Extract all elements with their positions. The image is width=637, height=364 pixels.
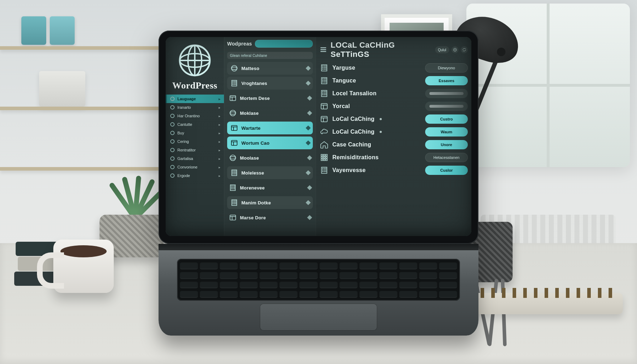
sidebar-item-4[interactable]: Buy▸ xyxy=(166,129,224,137)
header-chip-0[interactable]: Qulul xyxy=(435,46,449,53)
settings-rows: YarguseDiewyonoTanguceEssavesLocel Tansa… xyxy=(316,63,471,178)
module-item-10[interactable]: Marse Dore xyxy=(227,211,313,224)
module-header: Wodpreas xyxy=(224,37,316,50)
settings-row-label: Remisiditrations xyxy=(332,154,379,161)
module-item-4[interactable]: Wartarte xyxy=(227,122,313,134)
action-button[interactable]: Cuslor xyxy=(425,166,468,175)
svg-rect-11 xyxy=(232,82,234,84)
module-item-label: Manim Dotke xyxy=(241,200,271,205)
action-button[interactable]: Custro xyxy=(425,114,468,124)
svg-rect-60 xyxy=(230,215,236,220)
module-item-0[interactable]: Matteso xyxy=(227,62,313,75)
coffee-mug xyxy=(53,240,114,293)
panel-icon xyxy=(229,94,237,102)
svg-rect-17 xyxy=(230,96,236,101)
svg-rect-46 xyxy=(234,187,235,188)
value-slider[interactable] xyxy=(425,89,468,98)
sidebar-item-8[interactable]: Convorione▸ xyxy=(166,163,224,171)
keyboard xyxy=(177,259,460,301)
settings-row-label: Case Caching xyxy=(332,141,371,148)
svg-rect-12 xyxy=(234,82,235,84)
sidebar-item-9[interactable]: Ergode▸ xyxy=(166,171,224,180)
sidebar-item-0[interactable]: Lauguage▸ xyxy=(166,95,224,103)
module-column: Wodpreas Glean referal Cuhilane MattesoV… xyxy=(224,37,316,236)
svg-rect-49 xyxy=(234,188,235,189)
books xyxy=(39,71,85,107)
svg-rect-112 xyxy=(326,159,327,160)
module-item-3[interactable]: Moklase xyxy=(227,107,313,119)
module-item-7[interactable]: Molelesse xyxy=(227,166,313,179)
sidebar-item-label: Cering xyxy=(177,139,189,144)
svg-rect-86 xyxy=(324,81,325,82)
module-item-2[interactable]: Mortem Dese xyxy=(227,92,313,105)
chevron-right-icon: ▸ xyxy=(219,148,220,152)
settings-row-5: LoCal CaChingWaum xyxy=(320,127,468,136)
header-actions: Qulul xyxy=(435,46,468,53)
sidebar-item-2[interactable]: Har Orantino▸ xyxy=(166,112,224,120)
stripes-icon xyxy=(320,46,327,54)
dot-icon xyxy=(380,131,382,133)
svg-rect-71 xyxy=(325,66,326,67)
laptop-hinge xyxy=(159,244,478,250)
settings-row-1: TanguceEssaves xyxy=(320,76,468,85)
panel-icon xyxy=(320,102,329,111)
settings-header: LOCaL CaCHinG SeTTinGS Qulul xyxy=(316,37,471,63)
module-item-label: Marse Dore xyxy=(240,215,266,220)
sidebar-item-3[interactable]: Cantutte▸ xyxy=(166,120,224,129)
sidebar-item-7[interactable]: Gartalisa▸ xyxy=(166,154,224,163)
svg-rect-98 xyxy=(321,103,327,109)
diamond-icon xyxy=(306,170,311,175)
panel-icon xyxy=(320,114,329,124)
action-button[interactable]: Essaves xyxy=(425,76,468,85)
module-item-1[interactable]: Vroghtanes xyxy=(227,77,313,90)
sidebar-item-6[interactable]: Rentratitor▸ xyxy=(166,146,224,154)
refresh-icon-button[interactable] xyxy=(461,46,468,53)
globe-icon xyxy=(178,43,212,77)
value-slider[interactable] xyxy=(425,102,468,111)
value-field[interactable]: Hetacesstanen xyxy=(425,153,468,162)
plant xyxy=(103,154,167,218)
bullet-icon xyxy=(170,114,175,118)
diamond-icon xyxy=(306,140,311,145)
module-item-label: Molelesse xyxy=(241,170,264,176)
building-icon xyxy=(320,166,329,175)
svg-rect-97 xyxy=(325,94,326,95)
module-item-label: Vroghtanes xyxy=(241,81,267,86)
building-icon xyxy=(230,168,239,177)
chevron-right-icon: ▸ xyxy=(219,174,220,178)
svg-rect-58 xyxy=(234,203,235,204)
module-item-6[interactable]: Moolase xyxy=(227,151,313,164)
control-label: Hetacesstanen xyxy=(433,155,459,160)
settings-row-label: LoCal CaChing xyxy=(332,129,375,135)
svg-point-21 xyxy=(230,112,236,114)
svg-point-28 xyxy=(230,155,236,161)
control-label: Unore xyxy=(441,143,452,147)
svg-rect-107 xyxy=(321,157,322,158)
value-field[interactable]: Diewyono xyxy=(425,63,468,73)
action-button[interactable]: Unore xyxy=(425,140,468,149)
svg-rect-96 xyxy=(324,94,325,95)
svg-rect-43 xyxy=(234,186,235,187)
svg-rect-74 xyxy=(325,67,326,68)
sidebar-item-1[interactable]: Iranarto▸ xyxy=(166,103,224,112)
binder xyxy=(50,16,75,45)
module-item-5[interactable]: Wortum Cao xyxy=(227,136,313,149)
svg-rect-52 xyxy=(234,200,235,202)
screen: WordPress Lauguage▸Iranarto▸Har Orantino… xyxy=(166,37,471,236)
target-icon-button[interactable] xyxy=(451,46,459,53)
svg-rect-82 xyxy=(322,80,323,81)
module-hint: Glean referal Cuhilane xyxy=(227,52,313,59)
settings-row-label: Tanguce xyxy=(332,77,356,84)
svg-rect-94 xyxy=(325,93,326,94)
module-item-8[interactable]: Morenevee xyxy=(227,181,313,194)
module-item-label: Matteso xyxy=(241,66,259,71)
svg-rect-120 xyxy=(322,171,323,172)
svg-rect-37 xyxy=(232,173,234,175)
control-label: Cuslor xyxy=(440,168,453,172)
sidebar-item-5[interactable]: Cering▸ xyxy=(166,137,224,146)
module-item-9[interactable]: Manim Dotke xyxy=(227,196,313,209)
action-button[interactable]: Waum xyxy=(425,127,468,136)
sidebar-items: Lauguage▸Iranarto▸Har Orantino▸Cantutte▸… xyxy=(166,92,224,180)
svg-rect-57 xyxy=(232,203,234,204)
bullet-icon xyxy=(170,148,175,152)
